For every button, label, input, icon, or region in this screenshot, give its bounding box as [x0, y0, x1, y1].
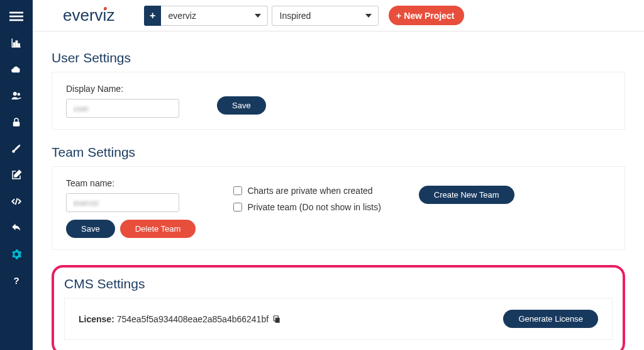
svg-rect-3: [14, 43, 15, 46]
copy-icon[interactable]: [272, 315, 281, 324]
team-name-input[interactable]: [66, 193, 179, 212]
edit-icon[interactable]: [5, 164, 28, 186]
license-label: License:: [79, 314, 114, 324]
display-name-label: Display Name:: [66, 84, 179, 94]
undo-icon[interactable]: [5, 217, 28, 239]
svg-rect-1: [9, 16, 23, 18]
svg-rect-8: [13, 121, 20, 127]
team-dropdown-value: everviz: [169, 11, 196, 21]
theme-dropdown-value: Inspired: [280, 11, 311, 21]
private-team-checkbox[interactable]: [233, 203, 242, 212]
logo-text-post: z: [107, 6, 115, 25]
delete-team-button[interactable]: Delete Team: [120, 220, 196, 238]
code-icon[interactable]: [5, 190, 28, 213]
svg-rect-4: [16, 41, 17, 46]
user-settings-panel: Display Name: Save: [52, 72, 625, 130]
users-icon[interactable]: [5, 84, 28, 107]
theme-dropdown[interactable]: Inspired: [272, 6, 379, 26]
cms-settings-highlight: CMS Settings License: 754ea5f5a934408eae…: [52, 265, 625, 350]
new-project-button[interactable]: + New Project: [389, 6, 465, 25]
user-save-button[interactable]: Save: [217, 96, 266, 115]
help-icon[interactable]: ?: [5, 269, 28, 292]
cms-settings-title: CMS Settings: [64, 276, 613, 291]
settings-icon[interactable]: [5, 243, 28, 266]
new-project-label: New Project: [404, 11, 454, 21]
create-team-button[interactable]: Create New Team: [419, 186, 514, 204]
private-team-checkbox-row[interactable]: Private team (Do not show in lists): [233, 202, 380, 212]
svg-marker-13: [365, 14, 372, 18]
menu-icon[interactable]: [5, 5, 28, 28]
svg-rect-0: [9, 12, 23, 14]
display-name-input[interactable]: [66, 99, 179, 118]
logo-dot: i: [103, 6, 107, 25]
chart-icon[interactable]: [5, 31, 28, 54]
svg-text:?: ?: [13, 275, 19, 286]
add-team-button[interactable]: +: [144, 6, 162, 26]
plus-icon: +: [396, 10, 402, 21]
private-charts-checkbox[interactable]: [233, 186, 242, 195]
cloud-icon[interactable]: [5, 58, 28, 81]
svg-rect-14: [275, 317, 280, 322]
svg-point-9: [12, 150, 15, 153]
main: everviz + everviz Inspired + New Project…: [33, 0, 644, 350]
license-value: 754ea5f5a934408eae2a85a4b66241bf: [117, 314, 269, 324]
sidebar: ?: [0, 0, 33, 350]
team-name-label: Team name:: [66, 178, 196, 188]
lock-icon[interactable]: [5, 111, 28, 133]
brush-icon[interactable]: [5, 137, 28, 160]
generate-license-button[interactable]: Generate License: [503, 310, 598, 328]
team-settings-section: Team Settings Team name: Save Delete Tea…: [52, 145, 625, 250]
team-settings-title: Team Settings: [52, 145, 625, 160]
caret-down-icon: [365, 11, 372, 21]
private-team-label: Private team (Do not show in lists): [247, 202, 380, 212]
user-settings-title: User Settings: [52, 50, 625, 65]
private-charts-label: Charts are private when created: [247, 186, 372, 196]
svg-marker-12: [255, 14, 261, 18]
topbar: everviz + everviz Inspired + New Project: [33, 0, 644, 31]
team-save-button[interactable]: Save: [66, 220, 115, 238]
caret-down-icon: [255, 11, 261, 21]
svg-line-10: [16, 198, 18, 205]
logo-text-pre: everv: [63, 6, 103, 25]
team-selector-wrap: + everviz: [144, 6, 268, 26]
team-settings-panel: Team name: Save Delete Team Charts are p…: [52, 166, 625, 250]
cms-settings-panel: License: 754ea5f5a934408eae2a85a4b66241b…: [64, 298, 613, 340]
svg-rect-2: [9, 20, 23, 21]
svg-point-7: [18, 93, 21, 96]
logo: everviz: [63, 6, 115, 25]
team-dropdown[interactable]: everviz: [161, 6, 268, 26]
svg-rect-5: [18, 44, 19, 47]
svg-point-6: [13, 92, 17, 96]
content: User Settings Display Name: Save Team Se…: [33, 31, 644, 350]
user-settings-section: User Settings Display Name: Save: [52, 50, 625, 130]
private-charts-checkbox-row[interactable]: Charts are private when created: [233, 186, 380, 196]
license-text: License: 754ea5f5a934408eae2a85a4b66241b…: [79, 314, 281, 324]
